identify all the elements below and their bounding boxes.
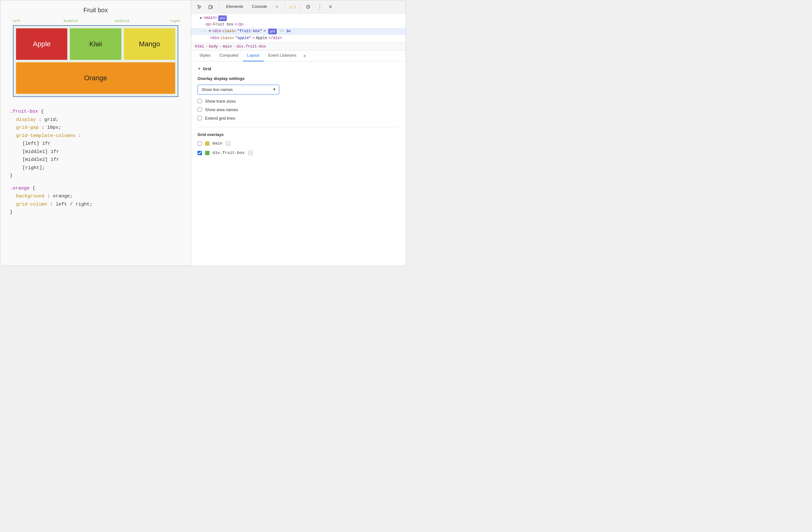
- code-line-13: }: [10, 208, 182, 216]
- code-line-10: .orange {: [10, 184, 182, 193]
- checkbox-extend-grid-input[interactable]: [198, 116, 202, 120]
- overlay-row-main: main: [198, 141, 400, 146]
- tab-styles[interactable]: Styles: [195, 51, 215, 61]
- more-options-icon[interactable]: ⋮: [315, 3, 324, 11]
- separator-2: [285, 4, 285, 10]
- overlay-fruit-box-color: [205, 151, 209, 155]
- overlay-display-settings: Overlay display settings Show line names…: [198, 76, 400, 121]
- overlay-main-checkbox[interactable]: [198, 141, 202, 146]
- tab-elements[interactable]: Elements: [223, 3, 246, 11]
- tree-row-fruit-box[interactable]: ··· ▼ <div class= "fruit-box" > grid == …: [191, 28, 406, 34]
- tab-console[interactable]: Console: [249, 3, 270, 11]
- overlay-fruit-box-label: div.fruit-box: [213, 151, 244, 155]
- label-left: left: [12, 19, 20, 23]
- device-toolbar-icon[interactable]: [206, 2, 215, 11]
- bc-main[interactable]: main: [223, 44, 232, 49]
- inspector-icon[interactable]: [195, 2, 204, 11]
- code-line-12: grid-column : left / right;: [16, 200, 182, 209]
- page-title: Fruit box: [10, 6, 182, 14]
- overlay-fruit-box-checkbox[interactable]: [198, 151, 202, 155]
- panel-tabs: Styles Computed Layout Event Listeners »: [191, 51, 406, 61]
- mango-cell: Mango: [124, 28, 175, 60]
- checkbox-track-sizes-label: Show track sizes: [205, 99, 236, 103]
- code-line-1: .fruit-box {: [10, 108, 182, 116]
- checkbox-track-sizes: Show track sizes: [198, 99, 400, 103]
- warning-badge[interactable]: ⚠ 1: [289, 5, 296, 9]
- overlay-row-fruit-box: div.fruit-box: [198, 150, 400, 156]
- dropdown-wrapper: Show line names Show line numbers Hide l…: [198, 85, 279, 95]
- apple-cell: Apple: [16, 28, 67, 60]
- code-line-4: grid-template-columns :: [16, 132, 182, 140]
- devtools-header: Elements Console » ⚠ 1 ⚙ ⋮ ✕: [191, 0, 406, 14]
- code-line-7: [middle2] 1fr: [22, 156, 182, 164]
- overlay-fruit-box-grid-icon[interactable]: [248, 150, 253, 156]
- checkbox-extend-grid-label: Extend grid lines: [205, 116, 235, 121]
- section-arrow-icon: ▼: [198, 67, 201, 71]
- tab-layout[interactable]: Layout: [243, 51, 264, 61]
- label-right: right: [170, 19, 180, 23]
- tab-more[interactable]: »: [273, 3, 281, 11]
- tree-row-main[interactable]: ▶ <main> grid: [191, 15, 406, 22]
- line-names-dropdown[interactable]: Show line names Show line numbers Hide l…: [198, 85, 279, 95]
- svg-rect-2: [226, 141, 231, 146]
- devtools-panel: Elements Console » ⚠ 1 ⚙ ⋮ ✕ ▶ <main> gr…: [191, 0, 406, 266]
- code-line-5: [left] 1fr: [22, 140, 182, 148]
- svg-rect-0: [209, 5, 211, 9]
- grid-overlays-title: Grid overlays: [198, 132, 400, 137]
- grid-overlays-section: Grid overlays main d: [198, 132, 400, 156]
- grid-line-labels: left middle1 middle2 right: [13, 19, 178, 25]
- label-middle1: middle1: [63, 19, 78, 23]
- code-blank: [10, 180, 182, 184]
- overlay-main-color: [205, 141, 209, 146]
- tab-more-icon[interactable]: »: [301, 51, 308, 61]
- layout-content: ▼ Grid Overlay display settings Show lin…: [191, 61, 406, 266]
- bc-html[interactable]: html: [195, 44, 204, 49]
- label-middle2: middle2: [115, 19, 129, 23]
- code-block: .fruit-box { display : grid; grid-gap : …: [10, 104, 182, 220]
- kiwi-cell: Kiwi: [70, 28, 121, 60]
- grid-section-title: Grid: [203, 67, 211, 71]
- checkbox-extend-grid: Extend grid lines: [198, 116, 400, 121]
- bc-current[interactable]: div.fruit-box: [236, 44, 266, 49]
- code-line-2: display : grid;: [16, 116, 182, 124]
- tab-event-listeners[interactable]: Event Listeners: [264, 51, 301, 61]
- breadcrumb: html › body › main › div.fruit-box: [191, 43, 406, 51]
- settings-icon[interactable]: ⚙: [304, 3, 313, 11]
- overlay-settings-title: Overlay display settings: [198, 76, 400, 81]
- tree-row-apple[interactable]: <div class= "apple" > Apple </div>: [191, 35, 406, 42]
- code-line-11: background : orange;: [16, 192, 182, 200]
- code-line-3: grid-gap : 10px;: [16, 124, 182, 132]
- checkbox-area-names-input[interactable]: [198, 107, 202, 112]
- code-line-9: }: [10, 172, 182, 180]
- separator-3: [300, 4, 300, 10]
- tab-computed[interactable]: Computed: [215, 51, 243, 61]
- checkbox-track-sizes-input[interactable]: [198, 99, 202, 103]
- svg-rect-7: [248, 151, 253, 155]
- grid-section-header[interactable]: ▼ Grid: [198, 67, 400, 71]
- code-line-6: [middle1] 1fr: [22, 148, 182, 156]
- orange-cell: Orange: [16, 62, 175, 94]
- checkbox-area-names: Show area names: [198, 107, 400, 112]
- fruit-grid: Apple Kiwi Mango Orange: [13, 25, 178, 97]
- code-line-8: [right];: [22, 164, 182, 172]
- checkbox-area-names-label: Show area names: [205, 107, 238, 112]
- svg-rect-1: [212, 6, 213, 8]
- close-icon[interactable]: ✕: [328, 4, 332, 10]
- tree-row-p[interactable]: <p> Fruit box </p>: [191, 22, 406, 28]
- left-panel: Fruit box left middle1 middle2 right App…: [0, 0, 191, 266]
- grid-visual-wrapper: left middle1 middle2 right Apple Kiwi Ma…: [10, 19, 182, 97]
- bc-body[interactable]: body: [209, 44, 218, 49]
- overlay-main-label: main: [213, 141, 222, 146]
- overlay-main-grid-icon[interactable]: [226, 141, 231, 146]
- html-tree: ▶ <main> grid <p> Fruit box </p> ··· ▼ <…: [191, 14, 406, 43]
